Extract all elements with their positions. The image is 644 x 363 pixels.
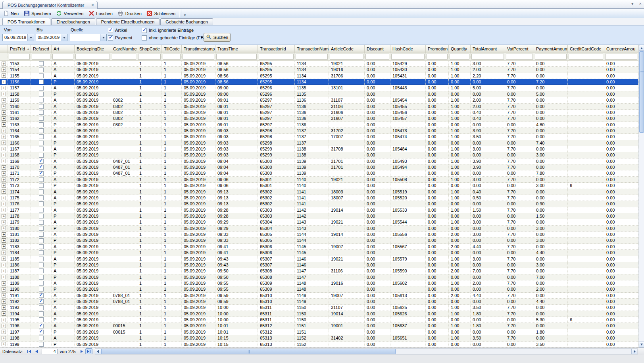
horizontal-scrollbar-thumb[interactable]: [101, 349, 396, 354]
refused-checkbox[interactable]: [39, 330, 44, 334]
new-button[interactable]: Neu: [1, 9, 22, 18]
discard-button[interactable]: Verwerfen: [54, 9, 87, 18]
table-row[interactable]: +1166P05.09.20191105.09.201909:036529811…: [0, 140, 638, 146]
refused-checkbox[interactable]: [39, 153, 44, 158]
refused-checkbox[interactable]: [39, 244, 44, 249]
expand-row-icon[interactable]: +: [2, 281, 6, 286]
table-row[interactable]: +1197P05.09.2019000151105.09.201910:0165…: [0, 329, 638, 335]
column-header-hashcode[interactable]: HashCode: [390, 45, 426, 53]
next-record-button[interactable]: [78, 348, 85, 354]
table-row[interactable]: +1192P05.09.20190788_011105.09.201909:59…: [0, 299, 638, 305]
refused-checkbox[interactable]: [39, 201, 44, 206]
expand-row-icon[interactable]: +: [2, 104, 6, 108]
refused-checkbox[interactable]: [39, 86, 44, 91]
refused-checkbox[interactable]: [39, 141, 44, 145]
refused-checkbox[interactable]: [39, 110, 44, 115]
column-header-creditcardcode[interactable]: CreditCardCode: [568, 45, 604, 53]
table-row[interactable]: +1196A05.09.2019000151105.09.201910:0165…: [0, 323, 638, 329]
table-row[interactable]: +1163P05.09.201903021105.09.201909:01652…: [0, 122, 638, 128]
expand-row-icon[interactable]: +: [2, 251, 6, 255]
table-row[interactable]: +1167A05.09.20191105.09.201909:036529911…: [0, 146, 638, 152]
table-row[interactable]: +1191A05.09.20190788_011105.09.201909:59…: [0, 293, 638, 299]
table-row[interactable]: +1162A05.09.201903021105.09.201909:01652…: [0, 116, 638, 122]
table-row[interactable]: +1157A05.09.20191105.09.201909:006529611…: [0, 85, 638, 91]
refused-checkbox[interactable]: [39, 311, 44, 316]
refused-checkbox[interactable]: [39, 299, 44, 304]
column-filter-input[interactable]: [75, 54, 110, 60]
tab-close-icon[interactable]: ×: [90, 2, 95, 8]
expand-row-icon[interactable]: +: [2, 178, 6, 182]
table-row[interactable]: +1189A05.09.20191105.09.201909:556530911…: [0, 280, 638, 286]
expand-row-icon[interactable]: +: [2, 62, 6, 66]
expand-row-icon[interactable]: +: [2, 318, 6, 322]
close-icon[interactable]: ×: [639, 1, 642, 6]
refused-checkbox[interactable]: [39, 342, 44, 347]
refused-checkbox[interactable]: [39, 195, 44, 200]
vertical-scrollbar-thumb[interactable]: [639, 51, 644, 133]
expand-row-icon[interactable]: +: [2, 122, 6, 127]
table-row[interactable]: +1168P05.09.20191105.09.201909:036529911…: [0, 152, 638, 158]
expand-row-icon[interactable]: +: [2, 238, 6, 243]
column-filter-input[interactable]: [296, 54, 328, 60]
refused-checkbox[interactable]: [39, 171, 44, 176]
vertical-scrollbar[interactable]: [638, 45, 644, 348]
expand-row-icon[interactable]: +: [2, 257, 6, 261]
column-filter-input[interactable]: [259, 54, 294, 60]
expand-row-icon[interactable]: +: [2, 342, 6, 346]
close-window-button[interactable]: Schliessen: [145, 9, 179, 18]
scroll-up-icon[interactable]: [639, 45, 644, 51]
column-filter-input[interactable]: [32, 54, 50, 60]
checkbox-check-icon[interactable]: [108, 28, 113, 33]
chevron-down-icon[interactable]: [100, 34, 106, 41]
refused-checkbox[interactable]: [39, 287, 44, 292]
column-header-bookepingdte[interactable]: BookepingDte: [75, 45, 111, 53]
column-filter-input[interactable]: [330, 54, 363, 60]
ohne-gebuchte-checkbox[interactable]: ohne gebuchte Einträge (EB): [142, 35, 205, 41]
inkl-ignorierte-checkbox[interactable]: Inkl. ignorierte Einträge: [142, 27, 194, 33]
expand-row-icon[interactable]: +: [2, 244, 6, 249]
expand-row-icon[interactable]: +: [2, 269, 6, 273]
expand-row-icon[interactable]: +: [2, 232, 6, 237]
table-row[interactable]: +1169A05.09.20190487_011105.09.201909:04…: [0, 158, 638, 164]
expand-row-icon[interactable]: +: [2, 80, 6, 84]
artikel-checkbox[interactable]: Artikel: [108, 27, 127, 33]
table-row[interactable]: +1174A05.09.20191105.09.201909:136530211…: [0, 189, 638, 195]
column-header-art[interactable]: Art: [52, 45, 75, 53]
table-row[interactable]: +1177A05.09.20191105.09.201909:286530311…: [0, 207, 638, 213]
refused-checkbox[interactable]: [39, 257, 44, 261]
checkbox-box-icon[interactable]: [142, 35, 147, 41]
column-header-cardnumber[interactable]: CardNumber: [111, 45, 137, 53]
expand-row-icon[interactable]: +: [2, 220, 6, 224]
column-filter-input[interactable]: [216, 54, 257, 60]
expand-row-icon[interactable]: +: [2, 189, 6, 194]
expand-row-icon[interactable]: +: [2, 275, 6, 279]
table-row[interactable]: +1184P05.09.20191105.09.201909:416530611…: [0, 250, 638, 256]
expand-row-icon[interactable]: +: [2, 183, 6, 188]
table-row[interactable]: +1182P05.09.20191105.09.201909:336530511…: [0, 237, 638, 243]
refused-checkbox[interactable]: [39, 147, 44, 151]
table-row[interactable]: +1171P05.09.20190487_011105.09.201909:04…: [0, 170, 638, 176]
expand-row-icon[interactable]: +: [2, 153, 6, 157]
table-row[interactable]: +1170A05.09.20190487_011105.09.201909:04…: [0, 164, 638, 170]
table-row[interactable]: +1198A05.09.20191105.09.201910:156531311…: [0, 335, 638, 341]
column-filter-input[interactable]: [427, 54, 448, 60]
refused-checkbox[interactable]: [39, 165, 44, 170]
document-tab[interactable]: POS Buchungsgenerator Kontrollzenter ×: [2, 1, 98, 9]
refused-checkbox[interactable]: [39, 92, 44, 97]
checkbox-check-icon[interactable]: [142, 28, 147, 33]
chevron-down-icon[interactable]: [61, 34, 67, 41]
column-header-totalamount[interactable]: TotalAmount: [471, 45, 505, 53]
column-filter-input[interactable]: [112, 54, 136, 60]
table-row[interactable]: +1176P05.09.20191105.09.201909:136530211…: [0, 201, 638, 207]
expand-row-icon[interactable]: +: [2, 68, 6, 72]
expand-row-icon[interactable]: +: [2, 293, 6, 297]
expand-row-icon[interactable]: +: [2, 147, 6, 151]
quelle-select[interactable]: [70, 34, 107, 41]
column-header-articlecode[interactable]: ArticleCode: [329, 45, 365, 53]
table-row[interactable]: +1178P05.09.20191105.09.201909:286530311…: [0, 213, 638, 219]
checkbox-check-icon[interactable]: [108, 35, 113, 41]
expand-row-icon[interactable]: +: [2, 305, 6, 310]
column-filter-input[interactable]: [471, 54, 504, 60]
refused-checkbox[interactable]: [39, 281, 44, 286]
column-header-transactionnum[interactable]: TransactionNum...: [295, 45, 329, 53]
